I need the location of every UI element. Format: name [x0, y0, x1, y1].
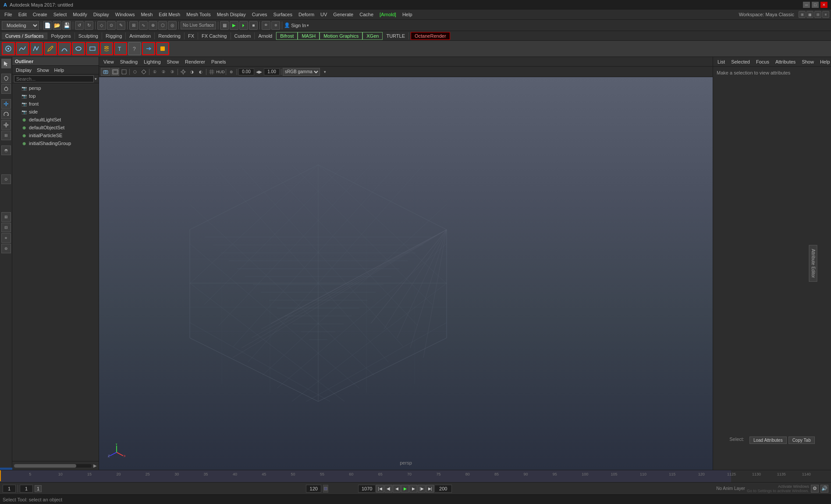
- snap-surface-btn[interactable]: ⬡: [158, 21, 167, 30]
- menu-display[interactable]: Display: [91, 11, 112, 18]
- layout-btn-1[interactable]: ⊞: [799, 11, 806, 18]
- viewport-menu-view[interactable]: View: [102, 59, 116, 64]
- show-manipulator-tool[interactable]: ⊙: [1, 174, 11, 184]
- menu-generate[interactable]: Generate: [330, 11, 356, 18]
- custom-tools-1[interactable]: ⊞: [1, 212, 11, 222]
- menu-help[interactable]: Help: [400, 11, 415, 18]
- start-frame-field[interactable]: [20, 485, 33, 493]
- shelf-tab-fxcaching[interactable]: FX Caching: [198, 32, 231, 39]
- viewport-menu-show[interactable]: Show: [165, 59, 181, 64]
- shelf-icon-question[interactable]: ?: [128, 42, 141, 55]
- custom-tools-4[interactable]: ⊜: [1, 244, 11, 253]
- settings-btn[interactable]: ⚙: [811, 485, 819, 493]
- outliner-item-side[interactable]: 📷 side: [12, 108, 99, 116]
- shelf-tab-custom[interactable]: Custom: [231, 32, 255, 39]
- select-tool[interactable]: [1, 59, 11, 68]
- menu-edit[interactable]: Edit: [16, 11, 29, 18]
- module-dropdown[interactable]: Modeling Rigging Animation FX Rendering: [2, 21, 39, 30]
- goto-end-btn[interactable]: ▶|: [426, 485, 434, 493]
- vp-render-region[interactable]: [120, 68, 128, 76]
- goto-start-btn[interactable]: |◀: [376, 485, 384, 493]
- outliner-item-top[interactable]: 📷 top: [12, 92, 99, 100]
- menu-deform[interactable]: Deform: [296, 11, 317, 18]
- stop-render-btn[interactable]: ■: [249, 21, 258, 30]
- right-tab-show[interactable]: Show: [800, 58, 816, 65]
- move-tool[interactable]: ✛: [1, 99, 11, 109]
- layout-btn-2[interactable]: ▦: [806, 11, 813, 18]
- vp-camera-near-arrows[interactable]: ◀▶: [255, 68, 263, 76]
- next-key-btn[interactable]: |▶: [418, 485, 426, 493]
- outliner-scroll-right[interactable]: ▶: [93, 463, 97, 468]
- menu-create[interactable]: Create: [30, 11, 50, 18]
- shelf-icon-ep-curve[interactable]: [30, 42, 43, 55]
- shelf-tab-animation[interactable]: Animation: [126, 32, 155, 39]
- shelf-icon-nurbs-curve[interactable]: [2, 42, 15, 55]
- shelf-icon-helix[interactable]: [100, 42, 113, 55]
- menu-mesh[interactable]: Mesh: [138, 11, 155, 18]
- vp-shading-1[interactable]: ①: [151, 68, 159, 76]
- right-tab-attributes[interactable]: Attributes: [774, 58, 797, 65]
- shelf-icon-arrow[interactable]: [142, 42, 155, 55]
- menu-uv[interactable]: UV: [318, 11, 330, 18]
- layout-btn-4[interactable]: ≡: [822, 11, 829, 18]
- prev-key-btn[interactable]: ◀|: [384, 485, 392, 493]
- viewport-menu-lighting[interactable]: Lighting: [142, 59, 163, 64]
- range-end-field[interactable]: [306, 485, 321, 493]
- shelf-tab-octane[interactable]: OctaneRender: [411, 32, 450, 40]
- vp-hud[interactable]: HUD: [217, 68, 224, 76]
- shelf-icon-circle[interactable]: [72, 42, 85, 55]
- menu-arnold[interactable]: [Arnold]: [377, 11, 399, 18]
- shelf-icon-stop[interactable]: [156, 42, 169, 55]
- ipr-render-btn[interactable]: ⏵: [239, 21, 248, 30]
- vp-shading-3[interactable]: ③: [168, 68, 176, 76]
- menu-windows[interactable]: Windows: [113, 11, 138, 18]
- outliner-menu-help[interactable]: Help: [53, 67, 66, 73]
- load-attributes-button[interactable]: Load Attributes: [749, 437, 787, 444]
- redo-btn[interactable]: ↻: [85, 21, 93, 30]
- render-btn[interactable]: ▶: [230, 21, 238, 30]
- shelf-tab-sculpting[interactable]: Sculpting: [75, 32, 102, 39]
- outliner-item-persp[interactable]: 📷 persp: [12, 84, 99, 92]
- outliner-menu-show[interactable]: Show: [35, 67, 51, 73]
- undo-btn[interactable]: ↺: [75, 21, 84, 30]
- shelf-tab-xgen[interactable]: XGen: [362, 32, 383, 40]
- menu-curves[interactable]: Curves: [249, 11, 270, 18]
- universal-manipulator[interactable]: ⊞: [1, 131, 11, 140]
- viewport-menu-renderer[interactable]: Renderer: [183, 59, 207, 64]
- shelf-icon-pencil-curve[interactable]: [44, 42, 57, 55]
- close-button[interactable]: ✕: [820, 2, 827, 8]
- next-frame-btn[interactable]: ▶: [409, 485, 417, 493]
- sign-in-label[interactable]: Sign In: [291, 23, 306, 28]
- shelf-icon-square[interactable]: [86, 42, 99, 55]
- snap-grid-btn[interactable]: ⊞: [129, 21, 138, 30]
- shelf-icon-arc-tool[interactable]: [58, 42, 71, 55]
- render-region-btn[interactable]: ▦: [220, 21, 229, 30]
- scale-tool[interactable]: [1, 120, 11, 130]
- outliner-item-initialparticlese[interactable]: ⊕ initialParticleSE: [12, 131, 99, 139]
- shelf-tab-bifrost[interactable]: Bifrost: [276, 32, 298, 40]
- soft-modification[interactable]: ◓: [1, 146, 11, 155]
- audio-btn[interactable]: 🔊: [820, 485, 828, 493]
- vp-grid[interactable]: [208, 68, 216, 76]
- select-mode-btn[interactable]: ◇: [97, 21, 106, 30]
- maximize-button[interactable]: □: [812, 2, 819, 8]
- shelf-tab-arnold[interactable]: Arnold: [255, 32, 276, 39]
- playback-end-field[interactable]: [434, 485, 452, 493]
- play-fwd-btn[interactable]: ▶: [401, 485, 409, 493]
- outliner-scrollbar[interactable]: ▶: [12, 461, 99, 470]
- snap-live-btn[interactable]: ◎: [168, 21, 177, 30]
- right-tab-list[interactable]: List: [716, 58, 727, 65]
- menu-surfaces[interactable]: Surfaces: [271, 11, 295, 18]
- show-hide-btn[interactable]: 👁: [262, 21, 270, 30]
- menu-file[interactable]: File: [2, 11, 15, 18]
- save-btn[interactable]: 💾: [62, 21, 71, 30]
- vp-gamma-select[interactable]: sRGB gamma: [283, 68, 320, 76]
- search-dropdown-arrow[interactable]: ▾: [95, 77, 97, 81]
- outliner-item-defaultobjectset[interactable]: ⊕ defaultObjectSet: [12, 124, 99, 131]
- attribute-editor-tab[interactable]: Attribute Editor: [809, 245, 817, 282]
- paint-btn[interactable]: ✎: [117, 21, 125, 30]
- vp-filmgate[interactable]: [111, 68, 119, 76]
- vp-wireframe[interactable]: [140, 68, 148, 76]
- menu-select[interactable]: Select: [51, 11, 70, 18]
- outliner-item-front[interactable]: 📷 front: [12, 100, 99, 108]
